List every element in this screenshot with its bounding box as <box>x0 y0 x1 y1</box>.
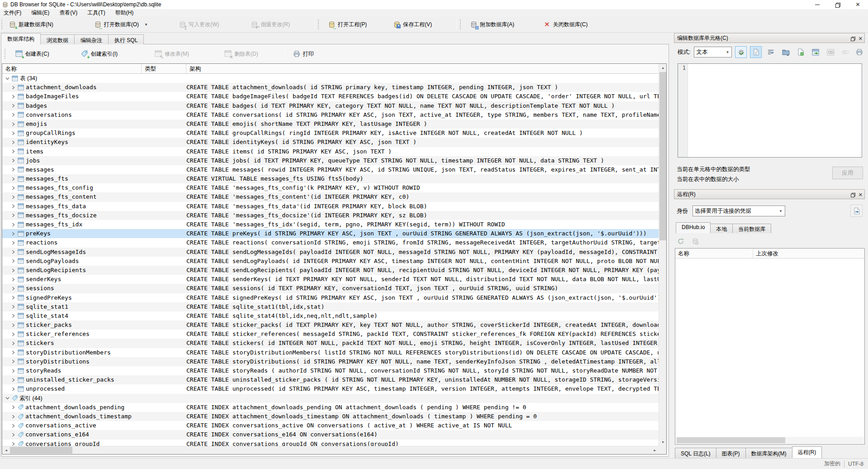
chevron-right-icon[interactable] <box>11 140 16 144</box>
table-row[interactable]: itemsCREATE TABLE items( id STRING PRIMA… <box>2 147 659 156</box>
tree-horizontal-scrollbar[interactable]: ◀ ▶ <box>2 446 659 454</box>
chevron-right-icon[interactable] <box>11 424 16 428</box>
dock-float-icon[interactable] <box>851 37 855 41</box>
table-row[interactable]: messagesCREATE TABLE messages( rowid INT… <box>2 165 659 174</box>
table-row[interactable]: signedPreKeysCREATE TABLE signedPreKeys(… <box>2 293 659 302</box>
tab-plot[interactable]: 图表(P) <box>716 448 746 458</box>
table-row[interactable]: conversationsCREATE TABLE conversations(… <box>2 110 659 120</box>
tab-current-database[interactable]: 当前数据库 <box>732 224 771 233</box>
auto-format-icon[interactable] <box>735 46 747 58</box>
open-project-button[interactable]: → 打开工程(P) <box>325 19 370 30</box>
table-row[interactable]: storyDistributionsCREATE TABLE storyDist… <box>2 357 659 366</box>
remote-column-last-modified[interactable]: 上次修改 <box>753 249 864 258</box>
minimize-button[interactable] <box>807 0 827 9</box>
remote-table-horizontal-scrollbar[interactable] <box>676 437 864 444</box>
scrollbar-thumb[interactable] <box>659 72 666 240</box>
table-row[interactable]: stickersCREATE TABLE stickers( id INTEGE… <box>2 339 659 348</box>
refresh-icon[interactable] <box>676 236 686 246</box>
export-data-icon[interactable] <box>795 46 806 58</box>
chevron-right-icon[interactable] <box>11 387 16 391</box>
open-external-icon[interactable] <box>810 46 821 58</box>
table-row[interactable]: attachment_downloadsCREATE TABLE attachm… <box>2 83 659 92</box>
table-row[interactable]: jobsCREATE TABLE jobs( id TEXT PRIMARY K… <box>2 156 659 165</box>
tab-database-structure[interactable]: 数据库结构 <box>1 33 41 44</box>
create-table-button[interactable]: + 创建表(C) <box>13 49 52 59</box>
chevron-right-icon[interactable] <box>11 158 16 163</box>
chevron-right-icon[interactable] <box>11 287 16 291</box>
chevron-right-icon[interactable] <box>11 177 16 181</box>
chevron-right-icon[interactable] <box>11 323 16 327</box>
remote-column-name[interactable]: 名称 <box>675 249 753 258</box>
chevron-right-icon[interactable] <box>11 168 16 172</box>
print-cell-icon[interactable] <box>854 46 865 58</box>
chevron-right-icon[interactable] <box>11 278 16 282</box>
column-header-type[interactable]: 类型 <box>142 64 186 74</box>
word-wrap-icon[interactable] <box>765 46 777 58</box>
table-row[interactable]: badgesCREATE TABLE badges( id TEXT PRIMA… <box>2 101 659 110</box>
table-row[interactable]: sticker_packsCREATE TABLE sticker_packs(… <box>2 321 659 330</box>
print-button[interactable]: 打印 <box>290 49 317 59</box>
open-database-button[interactable]: → 打开数据库(O) <box>91 19 142 30</box>
mode-select[interactable]: 文本▼ <box>694 47 732 57</box>
chevron-right-icon[interactable] <box>11 213 16 217</box>
chevron-right-icon[interactable] <box>11 131 16 135</box>
chevron-right-icon[interactable] <box>11 350 16 354</box>
table-row[interactable]: uninstalled_sticker_packsCREATE TABLE un… <box>2 375 659 384</box>
chevron-right-icon[interactable] <box>11 268 16 273</box>
index-row[interactable]: conversations_groupIdCREATE INDEX conver… <box>2 440 659 446</box>
menu-item[interactable]: 查看(V) <box>59 9 77 17</box>
table-row[interactable]: sendLogMessageIdsCREATE TABLE sendLogMes… <box>2 248 659 257</box>
menu-item[interactable]: 编辑(E) <box>31 9 49 17</box>
chevron-right-icon[interactable] <box>11 113 16 117</box>
column-header-schema[interactable]: 架构 <box>186 64 659 74</box>
table-row[interactable]: messages_ftsCREATE VIRTUAL TABLE message… <box>2 174 659 183</box>
tab-execute-sql[interactable]: 执行 SQL <box>108 34 144 44</box>
open-database-dropdown-icon[interactable]: ▼ <box>144 23 148 27</box>
table-row[interactable]: storyDistributionMembersCREATE TABLE sto… <box>2 348 659 357</box>
chevron-right-icon[interactable] <box>11 359 16 364</box>
chevron-right-icon[interactable] <box>11 296 16 300</box>
group-row[interactable]: 索引 (44) <box>2 394 659 403</box>
chevron-right-icon[interactable] <box>11 104 16 108</box>
chevron-right-icon[interactable] <box>11 341 16 345</box>
menu-item[interactable]: 帮助(H) <box>115 9 134 17</box>
chevron-down-icon[interactable] <box>5 396 10 400</box>
restore-button[interactable] <box>827 0 848 9</box>
chevron-right-icon[interactable] <box>11 122 16 126</box>
tab-dbhub[interactable]: DBHub.io <box>676 222 711 233</box>
table-row[interactable]: messages_fts_idxCREATE TABLE 'messages_f… <box>2 220 659 229</box>
chevron-right-icon[interactable] <box>11 378 16 382</box>
tab-remote[interactable]: 远程(R) <box>792 446 822 458</box>
table-row[interactable]: storyReadsCREATE TABLE storyReads ( auth… <box>2 366 659 375</box>
table-row[interactable]: sendLogPayloadsCREATE TABLE sendLogPaylo… <box>2 257 659 266</box>
chevron-right-icon[interactable] <box>11 250 16 254</box>
chevron-right-icon[interactable] <box>11 415 16 419</box>
chevron-right-icon[interactable] <box>11 232 16 236</box>
push-database-icon[interactable] <box>850 205 863 217</box>
table-row[interactable]: unprocessedCREATE TABLE unprocessed( id … <box>2 384 659 393</box>
table-row[interactable]: preKeysCREATE TABLE preKeys( id STRING P… <box>2 229 659 238</box>
table-row[interactable]: emojisCREATE TABLE emojis( shortName TEX… <box>2 120 659 129</box>
cell-editor[interactable]: 1 <box>678 63 862 158</box>
index-row[interactable]: attachment_downloads_timestampCREATE IND… <box>2 412 659 421</box>
close-button[interactable]: ✕ <box>848 0 868 9</box>
close-database-button[interactable]: ✕ 关闭数据库(C) <box>541 19 590 30</box>
index-row[interactable]: conversations_activeCREATE INDEX convers… <box>2 421 659 430</box>
table-row[interactable]: messages_fts_contentCREATE TABLE 'messag… <box>2 192 659 201</box>
identity-select[interactable]: 选择要用于连接的凭据▼ <box>693 206 785 216</box>
table-row[interactable]: identityKeysCREATE TABLE identityKeys( i… <box>2 138 659 147</box>
menu-item[interactable]: 工具(T) <box>87 9 105 17</box>
chevron-right-icon[interactable] <box>11 241 16 245</box>
chevron-right-icon[interactable] <box>11 204 16 208</box>
scrollbar-thumb[interactable] <box>10 447 72 454</box>
chevron-right-icon[interactable] <box>11 195 16 199</box>
scrollbar-thumb[interactable] <box>677 437 785 443</box>
index-row[interactable]: attachment_downloads_pendingCREATE INDEX… <box>2 403 659 412</box>
table-row[interactable]: sqlite_stat1CREATE TABLE sqlite_stat1(tb… <box>2 302 659 311</box>
tab-local[interactable]: 本地 <box>710 224 733 233</box>
chevron-down-icon[interactable] <box>5 77 10 81</box>
chevron-right-icon[interactable] <box>11 223 16 227</box>
table-row[interactable]: messages_fts_configCREATE TABLE 'message… <box>2 183 659 192</box>
scroll-right-icon[interactable]: ▶ <box>651 446 659 454</box>
tab-edit-pragmas[interactable]: 编辑杂注 <box>74 34 109 44</box>
